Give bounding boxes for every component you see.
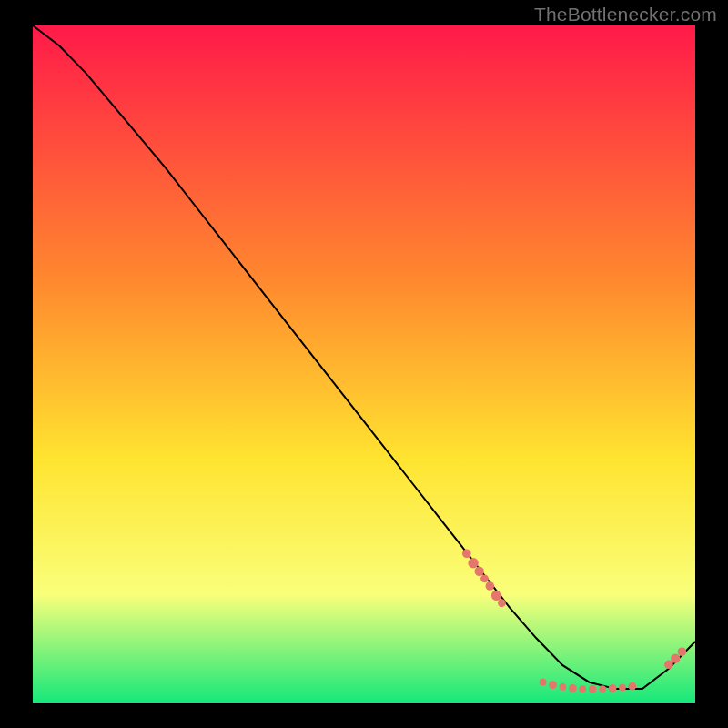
- data-point: [671, 653, 680, 662]
- data-point: [619, 684, 626, 692]
- chart-frame: TheBottlenecker.com: [0, 0, 728, 728]
- chart-svg: [33, 25, 695, 703]
- data-point: [560, 683, 567, 691]
- data-point: [540, 679, 547, 686]
- data-point: [549, 681, 557, 689]
- data-point: [468, 558, 478, 568]
- plot-area: [33, 25, 695, 703]
- data-point: [486, 581, 495, 591]
- watermark-label: TheBottlenecker.com: [534, 4, 717, 25]
- data-point: [480, 574, 489, 582]
- data-point: [462, 550, 471, 559]
- data-point: [475, 567, 484, 576]
- data-point: [491, 591, 501, 601]
- data-point: [498, 599, 506, 607]
- data-point: [589, 685, 597, 693]
- data-point: [678, 647, 687, 656]
- data-point: [628, 682, 636, 691]
- data-point: [569, 684, 577, 693]
- data-point: [599, 685, 606, 693]
- data-point: [579, 685, 586, 693]
- data-point: [609, 684, 617, 693]
